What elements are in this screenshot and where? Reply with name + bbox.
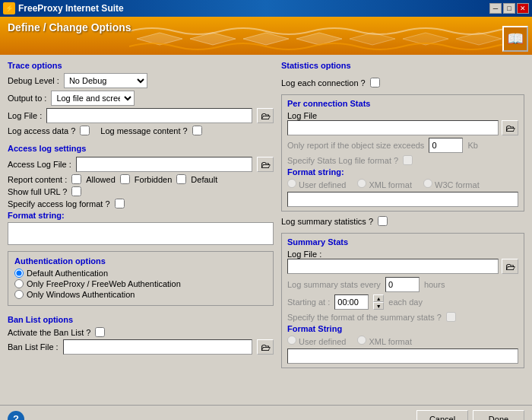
access-log-settings-label: Access log settings [8,144,274,153]
log-access-data-label: Log access data ? [8,126,75,135]
access-log-file-row: Access Log File : 🗁 [8,157,274,172]
xml-format-label-summary: XML format [357,336,412,346]
report-content-row: Report content : Allowed Forbidden Defau… [8,174,274,184]
log-file-label: Log File : [8,111,42,120]
log-access-data-checkbox[interactable] [80,126,90,135]
window-title: FreeProxy Internet Suite [18,3,124,14]
ban-list-file-browse-button[interactable]: 🗁 [257,339,274,355]
format-string-label: Format string: [8,211,65,220]
output-to-select[interactable]: Log file and screen [51,91,135,106]
report-content-label: Report content : [8,175,67,184]
trace-options-section: Trace options Debug Level : No Debug Out… [8,61,274,138]
allowed-label: Allowed [86,175,116,184]
format-string-label-summary: Format String [287,324,342,333]
specify-stats-format-row: Specify Stats Log file format ? [287,155,518,165]
maximize-button[interactable]: □ [503,3,515,14]
main-content: Trace options Debug Level : No Debug Out… [0,55,532,405]
page-title: Define / Change Options [8,21,524,33]
forbidden-checkbox[interactable] [120,174,130,184]
per-conn-browse-button[interactable]: 🗁 [502,120,518,135]
summary-browse-button[interactable]: 🗁 [502,259,518,274]
default-auth-label: Default Authentication [27,269,108,278]
app-icon: ⚡ [3,2,15,14]
xml-format-radio-summary[interactable] [357,336,366,345]
each-day-label: each day [388,298,423,307]
per-conn-log-file-row: 🗁 [287,120,518,135]
cancel-button[interactable]: Cancel [416,410,468,420]
w3c-format-radio-stats[interactable] [423,179,432,188]
freeproxy-auth-row: Only FreeProxy / FreeWeb Authentication [14,279,267,288]
format-radio-row-summary: User defined XML format [287,336,518,346]
only-report-label: Only report if the object size exceeds [287,141,424,150]
xml-format-radio-stats[interactable] [357,179,366,188]
activate-ban-list-label: Activate the Ban List ? [8,328,90,337]
summary-log-file-input[interactable] [287,259,499,274]
user-defined-radio-summary[interactable] [287,336,296,345]
time-spin-arrows: ▲ ▼ [373,294,384,310]
kb-label: Kb [467,141,477,150]
log-summary-stats-label: Log summary statistics ? [281,217,373,226]
statistics-options-title: Statistics options [281,61,524,70]
log-message-content-checkbox[interactable] [192,126,202,135]
log-each-connection-row: Log each connection ? [281,78,524,88]
ban-list-file-input[interactable] [63,339,252,355]
default-auth-radio[interactable] [14,269,24,278]
format-input-summary[interactable] [287,348,518,364]
user-defined-label-summary: User defined [287,336,346,346]
output-to-row: Output to : Log file and screen [8,91,274,106]
windows-auth-label: Only Windows Authentication [27,290,135,299]
per-connection-stats-group: Per connection Stats Log File 🗁 Only rep… [281,94,524,212]
summary-stats-group: Summary Stats Log File : 🗁 Log summary s… [281,233,524,368]
done-button[interactable]: Done [473,410,524,420]
size-exceeds-input[interactable] [429,138,463,153]
specify-stats-format-label: Specify Stats Log file format ? [287,156,398,165]
specify-access-log-format-checkbox[interactable] [115,199,125,208]
specify-summary-format-row: Specify the format of the summary stats … [287,312,518,322]
only-report-row: Only report if the object size exceeds K… [287,138,518,153]
format-input-stats[interactable] [287,192,518,207]
left-panel: Trace options Debug Level : No Debug Out… [8,61,274,399]
header-bar: Define / Change Options 📖 [0,17,532,55]
debug-level-select[interactable]: No Debug [64,73,147,88]
windows-auth-radio[interactable] [14,290,24,299]
log-file-input[interactable] [46,108,252,123]
specify-summary-format-checkbox[interactable] [446,312,456,322]
specify-stats-format-checkbox[interactable] [403,155,413,165]
starting-at-input[interactable] [334,294,369,310]
bottom-bar: ? Cancel Done [0,405,532,420]
freeproxy-auth-radio[interactable] [14,279,24,288]
default-checkbox[interactable] [176,174,186,184]
activate-ban-list-checkbox[interactable] [95,327,105,337]
access-log-file-browse-button[interactable]: 🗁 [257,157,274,172]
help-icon[interactable]: ? [8,411,24,421]
trace-options-title: Trace options [8,61,274,70]
time-down-arrow[interactable]: ▼ [373,302,384,310]
user-defined-radio-stats[interactable] [287,179,296,188]
summary-hours-input[interactable] [385,277,420,292]
log-access-row: Log access data ? Log message content ? [8,126,274,135]
format-string-input[interactable] [8,222,274,245]
log-summary-stats-checkbox[interactable] [378,216,388,226]
log-each-connection-checkbox[interactable] [370,78,380,88]
default-auth-row: Default Authentication [14,269,267,278]
auth-options-section: Authentication options Default Authentic… [8,251,274,306]
access-log-file-input[interactable] [76,157,252,172]
per-conn-log-file-input[interactable] [287,120,499,135]
activate-ban-list-row: Activate the Ban List ? [8,327,274,337]
specify-access-log-format-label: Specify access log format ? [8,199,110,208]
log-file-row: Log File : 🗁 [8,108,274,123]
starting-at-row: Starting at : ▲ ▼ each day [287,294,518,310]
right-panel: Statistics options Log each connection ?… [281,61,524,399]
debug-level-row: Debug Level : No Debug [8,73,274,88]
format-string-label-stats: Format string: [287,167,344,177]
show-full-url-checkbox[interactable] [71,186,81,196]
windows-auth-row: Only Windows Authentication [14,290,267,299]
minimize-button[interactable]: ─ [489,3,502,14]
ban-list-title: Ban List options [8,315,274,324]
time-up-arrow[interactable]: ▲ [373,294,384,302]
log-file-browse-button[interactable]: 🗁 [257,108,274,123]
allowed-checkbox[interactable] [71,174,81,184]
close-button[interactable]: ✕ [517,3,529,14]
format-string-section: Format string: [8,211,274,245]
summary-log-file-section: Log File : 🗁 [287,250,518,274]
